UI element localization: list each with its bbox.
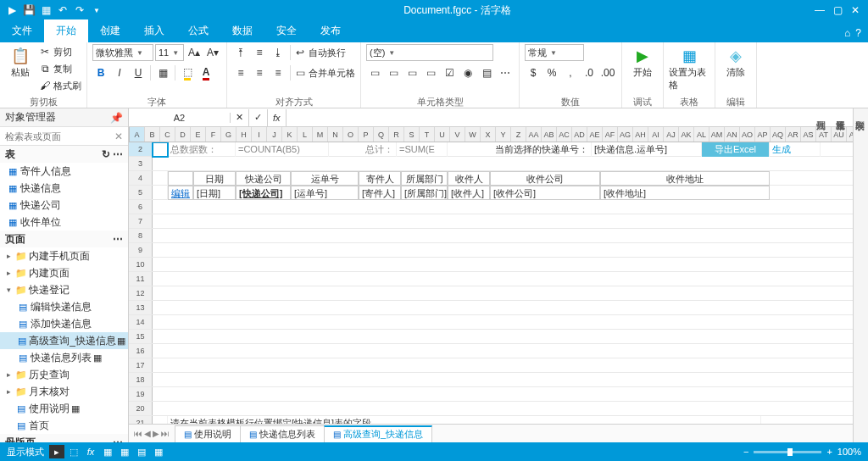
font-color-button[interactable]: A: [198, 64, 214, 81]
cell-reference[interactable]: A2: [129, 113, 231, 123]
align-middle-icon[interactable]: ≡: [251, 44, 268, 61]
celltype-2-icon[interactable]: ▭: [385, 64, 402, 81]
row-header[interactable]: 4: [129, 171, 153, 185]
col-header[interactable]: D: [175, 127, 191, 142]
row-header[interactable]: 3: [129, 157, 153, 170]
row-header[interactable]: 8: [129, 229, 153, 242]
tab-insert[interactable]: 插入: [132, 19, 176, 42]
sb-icon-7[interactable]: ▦: [151, 445, 166, 458]
page-item-active[interactable]: ▤高级查询_快递信息 ▦: [0, 332, 128, 349]
col-header[interactable]: AE: [587, 127, 603, 142]
align-right-icon[interactable]: ≡: [270, 64, 287, 81]
home-icon[interactable]: ⌂: [844, 27, 850, 39]
save-icon[interactable]: 💾: [22, 3, 36, 17]
wrap-text-button[interactable]: ↩自动换行: [294, 45, 346, 60]
tab-file[interactable]: 文件: [0, 19, 44, 42]
row-header[interactable]: 12: [129, 286, 153, 300]
col-header[interactable]: AR: [786, 127, 801, 142]
page-folder[interactable]: ▾📁快递登记: [0, 281, 128, 298]
col-header[interactable]: E: [191, 127, 206, 142]
font-shrink-icon[interactable]: A▾: [204, 44, 221, 61]
pin-icon[interactable]: 📌: [110, 112, 123, 124]
format-painter-button[interactable]: 🖌格式刷: [39, 78, 81, 93]
font-grow-icon[interactable]: A▴: [186, 44, 203, 61]
paste-button[interactable]: 📋粘贴: [5, 44, 36, 79]
col-header[interactable]: AA: [526, 127, 542, 142]
page-folder[interactable]: ▸📁内建页面: [0, 264, 128, 281]
col-header[interactable]: AB: [542, 127, 557, 142]
page-item[interactable]: ▤编辑快递信息: [0, 298, 128, 315]
sb-icon-3[interactable]: fx: [83, 445, 98, 458]
col-header[interactable]: AD: [572, 127, 587, 142]
page-folder[interactable]: ▸📁内建手机页面: [0, 247, 128, 264]
zoom-out-icon[interactable]: −: [743, 447, 748, 457]
col-header[interactable]: Q: [374, 127, 389, 142]
minimize-icon[interactable]: ―: [815, 4, 825, 16]
border-button[interactable]: ▦: [154, 64, 171, 81]
table-item[interactable]: ▦寄件人信息: [0, 163, 128, 180]
align-left-icon[interactable]: ≡: [232, 64, 249, 81]
col-header[interactable]: Y: [496, 127, 511, 142]
col-header[interactable]: AC: [557, 127, 572, 142]
col-header[interactable]: AL: [694, 127, 709, 142]
align-top-icon[interactable]: ⭱: [232, 44, 249, 61]
row-header[interactable]: 6: [129, 200, 153, 214]
decimal-dec-icon[interactable]: .00: [599, 64, 616, 81]
generate-button[interactable]: 生成: [770, 142, 821, 157]
col-header[interactable]: T: [420, 127, 435, 142]
row-header[interactable]: 9: [129, 243, 153, 257]
sb-icon-6[interactable]: ▤: [134, 445, 149, 458]
col-header[interactable]: AI: [648, 127, 664, 142]
page-item[interactable]: ▤使用说明 ▦: [0, 400, 128, 417]
run-icon[interactable]: ▶: [5, 3, 19, 17]
maximize-icon[interactable]: ▢: [833, 4, 843, 16]
sb-icon-2[interactable]: ⬚: [66, 445, 81, 458]
col-header[interactable]: I: [252, 127, 267, 142]
col-header[interactable]: P: [359, 127, 374, 142]
col-header[interactable]: L: [298, 127, 313, 142]
col-header[interactable]: AO: [740, 127, 755, 142]
sheet-tab[interactable]: ▤快递信息列表: [240, 425, 325, 442]
table-item[interactable]: ▦快递信息: [0, 180, 128, 197]
merge-cells-button[interactable]: ▭合并单元格: [294, 65, 355, 81]
align-bottom-icon[interactable]: ⭳: [270, 44, 287, 61]
percent-icon[interactable]: %: [543, 64, 560, 81]
col-header[interactable]: Z: [511, 127, 526, 142]
sb-icon-1[interactable]: ▸: [49, 445, 64, 458]
sb-icon-4[interactable]: ▦: [100, 445, 115, 458]
row-header[interactable]: 10: [129, 258, 153, 271]
col-header[interactable]: O: [343, 127, 359, 142]
clear-button[interactable]: ◈清除: [721, 44, 751, 79]
table-item[interactable]: ▦快递公司: [0, 197, 128, 214]
section-tables[interactable]: 表↻ ⋯: [0, 146, 128, 163]
col-header[interactable]: W: [465, 127, 481, 142]
formula-cancel-icon[interactable]: ✕: [231, 109, 249, 126]
col-header[interactable]: X: [481, 127, 496, 142]
font-size-select[interactable]: 11▼: [155, 44, 184, 61]
sheet-nav-last-icon[interactable]: ⏭: [161, 429, 170, 438]
sb-icon-5[interactable]: ▦: [117, 445, 132, 458]
tab-publish[interactable]: 发布: [309, 19, 353, 42]
row-header[interactable]: 14: [129, 315, 153, 329]
zoom-slider[interactable]: [754, 451, 821, 453]
sheet-nav-next-icon[interactable]: ▶: [153, 429, 159, 438]
table-item[interactable]: ▦收件单位: [0, 214, 128, 230]
close-icon[interactable]: ✕: [851, 4, 860, 16]
col-header[interactable]: C: [160, 127, 175, 142]
new-icon[interactable]: ▦: [39, 3, 53, 17]
sheet-nav-prev-icon[interactable]: ◀: [144, 429, 151, 438]
start-button[interactable]: ▶开始: [627, 44, 658, 79]
search-clear-icon[interactable]: ✕: [114, 131, 123, 142]
tab-create[interactable]: 创建: [88, 19, 132, 42]
formula-accept-icon[interactable]: ✓: [249, 109, 268, 126]
col-header[interactable]: F: [206, 127, 221, 142]
col-header[interactable]: AV: [847, 127, 853, 142]
formula-fx-icon[interactable]: fx: [268, 109, 287, 126]
qat-dropdown-icon[interactable]: ▼: [90, 3, 103, 17]
help-icon[interactable]: ?: [855, 27, 861, 39]
col-header[interactable]: AN: [725, 127, 740, 142]
col-header[interactable]: A: [130, 127, 145, 142]
comma-icon[interactable]: ,: [562, 64, 579, 81]
tab-data[interactable]: 数据: [220, 19, 264, 42]
row-header[interactable]: 21: [129, 416, 153, 424]
